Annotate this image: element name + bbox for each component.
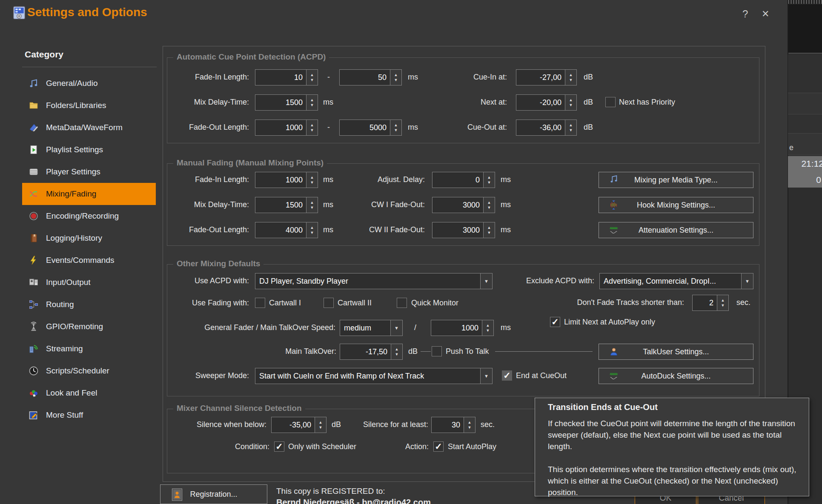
acpd-fade-out-max-spinner[interactable]: ▲▼	[390, 120, 402, 136]
sidebar-item-input-output[interactable]: Input/Output	[22, 271, 156, 293]
cw1-fade-out-field[interactable]: 3000	[432, 197, 484, 213]
spinner-down-icon[interactable]: ▼	[394, 128, 398, 132]
cue-in-field[interactable]: -27,00	[516, 69, 565, 85]
manual-mix-delay-spinner[interactable]: ▲▼	[306, 197, 318, 213]
spinner-down-icon[interactable]: ▼	[310, 181, 314, 184]
acpd-fade-in-min-spinner[interactable]: ▲▼	[306, 69, 318, 85]
spinner-up-icon[interactable]: ▲	[310, 176, 314, 179]
background-selected-row[interactable]: 21:12 0	[788, 156, 822, 188]
next-at-field[interactable]: -20,00	[516, 94, 565, 111]
sidebar-item-general-audio[interactable]: General/Audio	[22, 72, 156, 94]
acpd-fade-out-max-field[interactable]: 5000	[339, 120, 390, 136]
sidebar-item-streaming[interactable]: Streaming	[22, 338, 156, 360]
sidebar-item-logging-history[interactable]: Logging/History	[22, 227, 156, 249]
spinner-up-icon[interactable]: ▲	[394, 73, 398, 77]
acpd-fade-out-min-field[interactable]: 1000	[255, 120, 306, 136]
spinner-up-icon[interactable]: ▲	[310, 123, 314, 127]
cue-in-spinner[interactable]: ▲▼	[565, 69, 577, 85]
spinner-up-icon[interactable]: ▲	[394, 123, 398, 127]
dont-fade-field[interactable]: 2	[692, 295, 717, 311]
talkover-speed-spinner[interactable]: ▲▼	[482, 320, 494, 336]
spinner-up-icon[interactable]: ▲	[310, 73, 314, 77]
silence-at-least-spinner[interactable]: ▲▼	[464, 417, 475, 433]
spinner-up-icon[interactable]: ▲	[569, 98, 573, 102]
spinner-up-icon[interactable]: ▲	[487, 176, 491, 179]
sidebar-item-scripts-scheduler[interactable]: Scripts/Scheduler	[22, 360, 156, 382]
spinner-down-icon[interactable]: ▼	[569, 78, 573, 82]
spinner-up-icon[interactable]: ▲	[486, 324, 490, 327]
silence-below-spinner[interactable]: ▲▼	[315, 417, 327, 433]
spinner-up-icon[interactable]: ▲	[569, 73, 573, 77]
chevron-down-icon[interactable]: ▼	[480, 273, 492, 289]
sidebar-item-events-commands[interactable]: Events/Commands	[22, 249, 156, 271]
spinner-down-icon[interactable]: ▼	[468, 426, 472, 429]
cue-out-field[interactable]: -36,00	[516, 120, 565, 136]
help-button[interactable]: ?	[742, 8, 748, 20]
close-button[interactable]: ✕	[762, 8, 769, 20]
cue-out-spinner[interactable]: ▲▼	[565, 120, 577, 136]
spinner-down-icon[interactable]: ▼	[395, 353, 399, 356]
spinner-down-icon[interactable]: ▼	[310, 231, 314, 234]
cw1-fade-out-spinner[interactable]: ▲▼	[484, 197, 495, 213]
spinner-up-icon[interactable]: ▲	[310, 226, 314, 229]
cartwall1-checkbox[interactable]	[255, 298, 265, 308]
end-at-cueout-checkbox[interactable]: ✓	[502, 370, 512, 381]
talkover-speed-field[interactable]: 1000	[431, 320, 482, 336]
cw2-fade-out-field[interactable]: 3000	[432, 222, 484, 238]
mixing-per-media-type-button[interactable]: Mixing per Media Type...	[599, 172, 753, 188]
spinner-down-icon[interactable]: ▼	[721, 304, 725, 307]
spinner-up-icon[interactable]: ▲	[310, 98, 314, 102]
limit-next-checkbox[interactable]: ✓	[550, 317, 560, 327]
spinner-up-icon[interactable]: ▲	[468, 421, 472, 424]
spinner-up-icon[interactable]: ▲	[487, 226, 491, 229]
spinner-up-icon[interactable]: ▲	[310, 201, 314, 204]
sidebar-item-gpio-remoting[interactable]: GPIO/Remoting	[22, 316, 156, 338]
chevron-down-icon[interactable]: ▼	[741, 273, 753, 289]
acpd-fade-in-max-field[interactable]: 50	[339, 69, 390, 85]
acpd-fade-out-min-spinner[interactable]: ▲▼	[306, 120, 318, 136]
spinner-down-icon[interactable]: ▼	[310, 103, 314, 107]
spinner-down-icon[interactable]: ▼	[319, 426, 323, 429]
sweeper-mode-dropdown[interactable]: Start with CueIn or End with Ramp of Nex…	[255, 368, 493, 384]
chevron-down-icon[interactable]: ▼	[480, 368, 492, 384]
exclude-acpd-with-dropdown[interactable]: Advertising, Commercial, DropI... ▼	[599, 273, 753, 289]
spinner-down-icon[interactable]: ▼	[569, 103, 573, 107]
silence-at-least-field[interactable]: 30	[431, 417, 464, 433]
manual-fade-in-field[interactable]: 1000	[255, 172, 306, 188]
silence-below-field[interactable]: -35,00	[271, 417, 315, 433]
spinner-down-icon[interactable]: ▼	[487, 231, 491, 234]
use-acpd-with-dropdown[interactable]: DJ Player, Standby Player ▼	[255, 273, 493, 289]
sidebar-item-more-stuff[interactable]: More Stuff	[22, 404, 156, 426]
acpd-fade-in-min-field[interactable]: 10	[255, 69, 306, 85]
sidebar-item-mixing-fading[interactable]: Mixing/Fading	[22, 183, 156, 205]
attenuation-settings-button[interactable]: Attenuation Settings...	[599, 222, 753, 238]
sidebar-item-metadata-waveform[interactable]: MetaData/WaveForm	[22, 117, 156, 139]
next-at-spinner[interactable]: ▲▼	[565, 94, 577, 111]
dont-fade-spinner[interactable]: ▲▼	[717, 295, 729, 311]
cw2-fade-out-spinner[interactable]: ▲▼	[484, 222, 495, 238]
spinner-up-icon[interactable]: ▲	[487, 201, 491, 204]
spinner-up-icon[interactable]: ▲	[569, 123, 573, 127]
only-with-scheduler-checkbox[interactable]: ✓	[274, 441, 284, 452]
spinner-down-icon[interactable]: ▼	[487, 181, 491, 184]
sidebar-item-folders-libraries[interactable]: Folders/Libraries	[22, 94, 156, 117]
hook-mixing-settings-button[interactable]: Hook Mixing Settings...	[599, 197, 753, 213]
spinner-up-icon[interactable]: ▲	[395, 347, 399, 351]
sidebar-item-player-settings[interactable]: Player Settings	[22, 161, 156, 183]
manual-fade-out-spinner[interactable]: ▲▼	[306, 222, 318, 238]
adjust-delay-spinner[interactable]: ▲▼	[484, 172, 495, 188]
sidebar-item-routing[interactable]: Routing	[22, 293, 156, 316]
chevron-down-icon[interactable]: ▼	[390, 320, 402, 336]
main-talkover-field[interactable]: -17,50	[340, 344, 391, 360]
acpd-fade-in-max-spinner[interactable]: ▲▼	[390, 69, 402, 85]
main-talkover-spinner[interactable]: ▲▼	[391, 344, 403, 360]
start-autoplay-checkbox[interactable]: ✓	[433, 441, 444, 452]
acpd-mix-delay-spinner[interactable]: ▲▼	[306, 94, 318, 111]
spinner-down-icon[interactable]: ▼	[394, 78, 398, 82]
autoduck-settings-button[interactable]: AutoDuck Settings...	[599, 368, 753, 384]
spinner-up-icon[interactable]: ▲	[721, 299, 725, 302]
sidebar-item-playlist-settings[interactable]: Playlist Settings	[22, 139, 156, 161]
cartwall2-checkbox[interactable]	[324, 298, 334, 308]
push-to-talk-checkbox[interactable]	[432, 346, 442, 356]
fader-speed-dropdown[interactable]: medium ▼	[340, 320, 403, 336]
